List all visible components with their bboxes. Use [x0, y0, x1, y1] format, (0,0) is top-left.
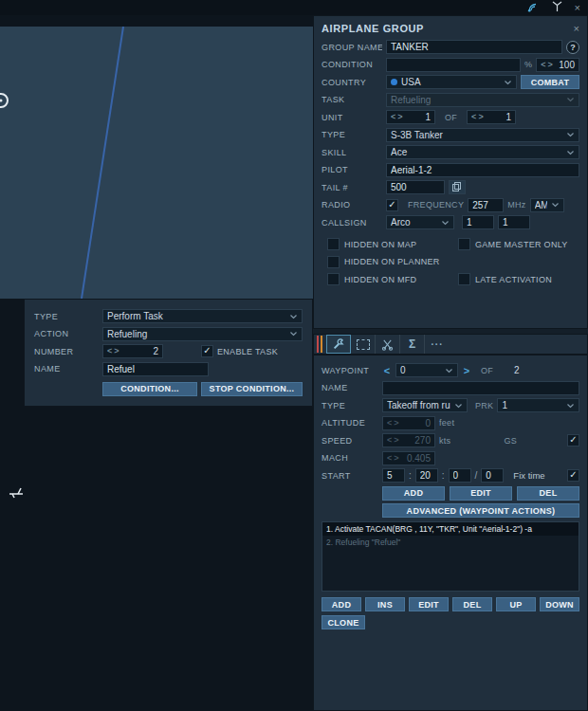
- spin-right-icon[interactable]: >: [478, 113, 483, 121]
- start-seconds-input[interactable]: [449, 468, 471, 483]
- waypoint-del-button[interactable]: DEL: [517, 486, 579, 501]
- spin-right-icon: >: [394, 419, 398, 428]
- spin-left-icon[interactable]: <: [107, 347, 112, 356]
- enable-task-checkbox[interactable]: ✓: [201, 345, 213, 357]
- group-name-input[interactable]: [386, 40, 562, 54]
- waypoint-type-select[interactable]: Takeoff from run: [382, 398, 468, 412]
- spin-left-icon[interactable]: <: [387, 436, 392, 445]
- task-label: TASK: [322, 95, 382, 104]
- callsign-value: Arco: [391, 217, 437, 228]
- tab-sum-tool[interactable]: Σ: [400, 335, 425, 354]
- map-area[interactable]: [0, 27, 313, 299]
- spin-left-icon: <: [387, 454, 392, 463]
- radio-checkbox[interactable]: ✓: [386, 199, 398, 211]
- action-add-button[interactable]: ADD: [322, 597, 361, 611]
- waypoint-total: 2: [514, 365, 520, 375]
- list-item[interactable]: 1. Activate TACAN(BRG , 11Y, "TKR", Unit…: [322, 522, 579, 536]
- top-bar: ×: [0, 0, 588, 15]
- combat-button[interactable]: COMBAT: [521, 75, 579, 89]
- start-hours-input[interactable]: [382, 468, 405, 483]
- mach-row: MACH < > 0.405: [322, 451, 579, 465]
- skill-label: SKILL: [322, 148, 382, 157]
- waypoint-type-value: Takeoff from run: [387, 400, 450, 410]
- spin-right-icon[interactable]: >: [548, 61, 553, 69]
- mhz-label: MHz: [507, 200, 525, 210]
- tab-zone-tool[interactable]: [351, 335, 376, 354]
- waypoint-prev-button[interactable]: <: [382, 365, 392, 376]
- task-action-select[interactable]: Refueling: [102, 327, 303, 341]
- hidden-on-map-checkbox[interactable]: [327, 238, 340, 250]
- country-select[interactable]: USA: [386, 75, 517, 89]
- task-name-input[interactable]: [102, 362, 209, 376]
- type-label: TYPE: [322, 130, 382, 139]
- panel-close-icon[interactable]: ×: [574, 24, 579, 34]
- late-activation-checkbox[interactable]: [458, 273, 470, 285]
- tab-more-tool[interactable]: ···: [425, 335, 450, 354]
- condition-input[interactable]: [386, 58, 521, 72]
- action-down-button[interactable]: DOWN: [540, 597, 579, 611]
- pilot-input[interactable]: [386, 163, 579, 177]
- callsign-select[interactable]: Arco: [386, 215, 454, 229]
- spin-left-icon[interactable]: <: [541, 61, 545, 69]
- condition-spinner[interactable]: < > 100: [536, 58, 579, 72]
- waypoint-actions-list[interactable]: 1. Activate TACAN(BRG , 11Y, "TKR", Unit…: [322, 521, 579, 592]
- spin-left-icon[interactable]: <: [391, 113, 395, 121]
- waypoint-name-input[interactable]: [382, 381, 579, 395]
- waypoint-select[interactable]: 0: [395, 363, 458, 377]
- advanced-row: ADVANCED (WAYPOINT ACTIONS): [382, 503, 579, 518]
- action-up-button[interactable]: UP: [496, 597, 536, 611]
- map-unit-marker-icon[interactable]: [8, 485, 28, 502]
- frequency-label: FREQUENCY: [408, 200, 464, 210]
- list-item[interactable]: 2. Refueling "Refuel": [322, 536, 579, 549]
- chevron-down-icon: [566, 97, 575, 102]
- antenna-icon[interactable]: [551, 0, 563, 16]
- aircraft-type-select[interactable]: S-3B Tanker: [386, 128, 579, 142]
- skill-select[interactable]: Ace: [386, 145, 579, 159]
- copy-icon[interactable]: [449, 180, 466, 194]
- spin-right-icon[interactable]: >: [114, 347, 119, 356]
- gs-checkbox[interactable]: ✓: [567, 434, 579, 447]
- task-type-label: TYPE: [34, 312, 99, 321]
- callsign-number-input[interactable]: [498, 215, 530, 229]
- tab-cut-tool[interactable]: [376, 335, 400, 354]
- modulation-select[interactable]: AM: [530, 198, 564, 212]
- help-icon[interactable]: ?: [566, 41, 579, 54]
- tail-input[interactable]: [386, 180, 445, 194]
- clone-button[interactable]: CLONE: [322, 615, 365, 629]
- unit-count-spinner[interactable]: < > 1: [386, 110, 435, 124]
- task-type-select[interactable]: Perform Task: [102, 309, 303, 323]
- stop-condition-button[interactable]: STOP CONDITION...: [201, 382, 303, 396]
- window-close-icon[interactable]: ×: [575, 3, 580, 13]
- action-edit-button[interactable]: EDIT: [409, 597, 449, 611]
- altitude-value: 0: [425, 418, 431, 428]
- panel-title: AIRPLANE GROUP: [322, 23, 424, 34]
- spin-left-icon[interactable]: <: [471, 113, 476, 121]
- signal-icon[interactable]: [527, 0, 540, 16]
- frequency-input[interactable]: [468, 198, 504, 212]
- unit-total-spinner[interactable]: < > 1: [467, 110, 516, 124]
- game-master-only-checkbox[interactable]: [458, 238, 470, 250]
- spin-right-icon[interactable]: >: [394, 436, 398, 445]
- action-del-button[interactable]: DEL: [452, 597, 492, 611]
- hidden-on-planner-checkbox[interactable]: [327, 256, 340, 268]
- condition-button[interactable]: CONDITION...: [102, 382, 197, 396]
- start-minutes-input[interactable]: [415, 468, 438, 483]
- waypoint-next-button[interactable]: >: [462, 365, 471, 376]
- hidden-on-mfd-checkbox[interactable]: [327, 273, 340, 285]
- percent-label: %: [524, 60, 532, 69]
- waypoint-value: 0: [400, 365, 441, 375]
- waypoint-add-button[interactable]: ADD: [382, 486, 445, 501]
- callsign-flight-input[interactable]: [462, 215, 494, 229]
- task-number-spinner[interactable]: < > 2: [102, 344, 163, 358]
- unit-count: 1: [425, 112, 431, 122]
- prk-select[interactable]: 1: [497, 398, 579, 412]
- action-ins-button[interactable]: INS: [365, 597, 405, 611]
- advanced-waypoint-actions-button[interactable]: ADVANCED (WAYPOINT ACTIONS): [382, 503, 579, 518]
- speed-spinner[interactable]: < > 270: [382, 433, 435, 447]
- hidden-on-mfd-label: HIDDEN ON MFD: [344, 275, 416, 284]
- start-day-input[interactable]: [481, 468, 504, 483]
- tab-route-tool[interactable]: [326, 335, 351, 354]
- fix-time-checkbox[interactable]: ✓: [567, 469, 579, 482]
- waypoint-edit-button[interactable]: EDIT: [450, 486, 512, 501]
- spin-right-icon[interactable]: >: [397, 113, 402, 121]
